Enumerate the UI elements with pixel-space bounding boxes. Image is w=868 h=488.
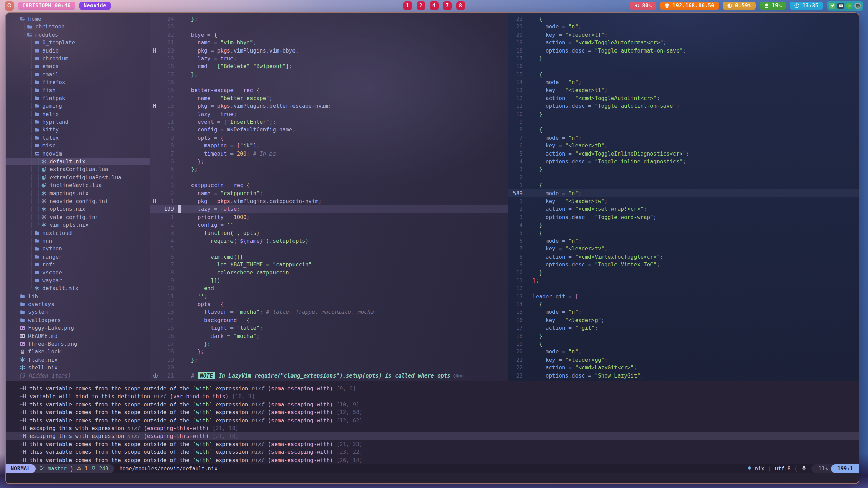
code-line[interactable]: 9 ]])	[150, 277, 508, 284]
code-line[interactable]: 6 };	[150, 158, 508, 165]
code-line[interactable]: 1 {	[508, 181, 859, 189]
widget-volume[interactable]: 80%	[630, 2, 657, 10]
code-line[interactable]: 16	[508, 62, 859, 70]
tree-item-0-template[interactable]: │0_template	[6, 39, 150, 46]
code-line[interactable]: 10 config = mkDefaultConfig name;	[150, 126, 508, 134]
code-line[interactable]: 3 options.desc = "Toggle word-wrap";	[508, 213, 859, 221]
code-line[interactable]: 17 action = "+git";	[508, 324, 859, 332]
code-line[interactable]: 7 timeout = 200; # In ms	[150, 150, 508, 158]
code-line[interactable]: 4	[150, 174, 508, 181]
code-line[interactable]: 12 action = "<cmd>ToggleAutoLint<cr>";	[508, 94, 859, 102]
code-line[interactable]: 8 mapping = ["jk"];	[150, 142, 508, 149]
code-line[interactable]: 10 }	[508, 110, 859, 118]
code-line[interactable]: 13 leader-git = [	[508, 292, 859, 300]
widget-network[interactable]: 192.168.86.50	[660, 2, 719, 10]
code-line[interactable]: 19 lazy = true;	[150, 55, 508, 62]
code-line[interactable]: 15 light = "latte";	[150, 324, 508, 332]
tree-item-lib[interactable]: lib	[6, 292, 150, 300]
tree-item-modules[interactable]: └modules	[6, 31, 150, 39]
tree-item-vim-opts-nix[interactable]: │└vim_opts.nix	[6, 221, 150, 229]
diagnostic-item[interactable]: ─H this variable comes from the scope ou…	[6, 401, 859, 408]
code-line[interactable]: 22 {	[508, 15, 859, 23]
tree-item-wallpapers[interactable]: wallpapers	[6, 316, 150, 324]
tree-item-inclinenavic-lua[interactable]: ││inclineNavic.lua	[6, 181, 150, 189]
tree-item-python[interactable]: │python	[6, 245, 150, 252]
code-line[interactable]: 14 mode = "n";	[508, 78, 859, 86]
code-line[interactable]: 2 action = "<cmd>:set wrap!<cr>";	[508, 205, 859, 213]
tree-item-vale-config-ini[interactable]: ││vale_config.ini	[6, 213, 150, 221]
diagnostic-item[interactable]: ─H this variable comes from the scope ou…	[6, 440, 859, 448]
tray-key-icon[interactable]	[829, 3, 835, 9]
tree-item-shell-nix[interactable]: shell.nix	[6, 364, 150, 371]
code-line[interactable]: H20 pkg = pkgs.vimPlugins.vim-bbye;	[150, 47, 508, 55]
code-line[interactable]: 19 action = "<cmd>ToggleAutoformat<cr>";	[508, 39, 859, 46]
workspace-button-4[interactable]: 4	[430, 1, 439, 10]
code-line[interactable]: 11 '';	[150, 292, 508, 300]
tree-item-extraconfiglua-lua[interactable]: ││extraConfigLua.lua	[6, 165, 150, 173]
tree-item-system[interactable]: system	[6, 308, 150, 316]
code-line[interactable]: 8 action = "<cmd>VimtexTocToggle<cr>";	[508, 253, 859, 261]
diagnostic-item[interactable]: ─H this variable comes from the scope ou…	[6, 385, 859, 392]
code-line[interactable]: 17 };	[150, 70, 508, 78]
code-line[interactable]: 20 mode = "n";	[508, 348, 859, 355]
tree-item-flatpak[interactable]: │flatpak	[6, 94, 150, 102]
code-line[interactable]: 9 options.desc = "Toggle Vimtex ToC";	[508, 261, 859, 268]
nix-launcher-button[interactable]	[5, 1, 14, 11]
tree-item-helix[interactable]: │helix	[6, 110, 150, 118]
code-line[interactable]: 589 mode = "n";	[508, 189, 859, 197]
code-line[interactable]: H13 pkg = pkgs.vimPlugins.better-escape-…	[150, 102, 508, 110]
code-line[interactable]: 6 vim.cmd([[	[150, 253, 508, 261]
code-line[interactable]: 3 catppuccin = rec {	[150, 181, 508, 189]
code-line[interactable]: 7 let $BAT_THEME = "catppuccin"	[150, 261, 508, 268]
code-line[interactable]: 2	[508, 174, 859, 181]
code-line[interactable]: 16	[150, 78, 508, 86]
code-line[interactable]: 7 mode = "n";	[508, 134, 859, 142]
code-line[interactable]: 22 bbye = {	[150, 31, 508, 39]
code-line[interactable]: 15 mode = "n";	[508, 308, 859, 316]
workspace-button-7[interactable]: 7	[443, 1, 452, 10]
code-line[interactable]: 10 end	[150, 284, 508, 292]
code-line[interactable]: 17 }	[508, 55, 859, 62]
code-line[interactable]: 6 key = "<leader>tD";	[508, 142, 859, 149]
main-editor-pane[interactable]: 24 };2322 bbye = {21 name = "vim-bbye";H…	[150, 13, 508, 381]
workspace-button-1[interactable]: 1	[403, 1, 412, 10]
tray-spotify-icon[interactable]	[854, 3, 861, 9]
tree-item-fish[interactable]: │fish	[6, 86, 150, 94]
code-line[interactable]: 19 };	[150, 356, 508, 364]
code-line[interactable]: 11 ];	[508, 277, 859, 284]
diagnostic-item[interactable]: ─H this variable comes from the scope ou…	[6, 416, 859, 424]
tree-item-misc[interactable]: │misc	[6, 142, 150, 149]
tree-item-ranger[interactable]: │ranger	[6, 253, 150, 261]
code-line[interactable]: 12	[508, 284, 859, 292]
code-line[interactable]: 4 require("${name}").setup(opts)	[150, 237, 508, 245]
code-line[interactable]: 14 background = {	[150, 316, 508, 324]
tree-item-chromium[interactable]: │chromium	[6, 55, 150, 62]
code-line[interactable]: 14 name = "better_escape";	[150, 94, 508, 102]
widget-clock[interactable]: 13:35	[790, 2, 823, 10]
tree-item-foggy-lake-png[interactable]: Foggy-Lake.png	[6, 324, 150, 332]
tree-item-flake-nix[interactable]: flake.nix	[6, 356, 150, 364]
widget-memory[interactable]: 19%	[760, 2, 786, 10]
diagnostic-item[interactable]: ─H escaping this with expression nixf (e…	[6, 424, 859, 432]
code-line[interactable]: 21 # NOTE In LazyVim require("clang_exte…	[150, 372, 508, 380]
code-line[interactable]: 21 name = "vim-bbye";	[150, 39, 508, 46]
code-line[interactable]: 11 event = ["InsertEnter"];	[150, 118, 508, 126]
code-line[interactable]: 18 }	[508, 332, 859, 340]
code-line[interactable]: 5	[150, 245, 508, 252]
code-line[interactable]: 18 };	[150, 348, 508, 355]
code-line[interactable]: 17 };	[150, 340, 508, 348]
code-line[interactable]: 8 colorscheme catppuccin	[150, 269, 508, 277]
code-line[interactable]: 5 };	[150, 165, 508, 173]
tree-item-hyprland[interactable]: │hyprland	[6, 118, 150, 126]
tree-item-neovim[interactable]: │neovim	[6, 150, 150, 158]
tree-item-emacs[interactable]: │emacs	[6, 62, 150, 70]
code-line[interactable]: 14 {	[508, 300, 859, 308]
tray-keyboard-icon[interactable]	[837, 3, 844, 9]
code-line[interactable]: 24 };	[150, 15, 508, 23]
code-line[interactable]: 6 mode = "n";	[508, 237, 859, 245]
tree-item-latex[interactable]: │latex	[6, 134, 150, 142]
code-line[interactable]: 20 key = "<leader>tf";	[508, 31, 859, 39]
code-line[interactable]: 11 options.desc = "Toggle autolint-on-sa…	[508, 102, 859, 110]
diagnostic-item[interactable]: ─H this variable comes from the scope ou…	[6, 448, 859, 456]
diagnostic-item[interactable]: ─H this variable comes from the scope ou…	[6, 456, 859, 464]
